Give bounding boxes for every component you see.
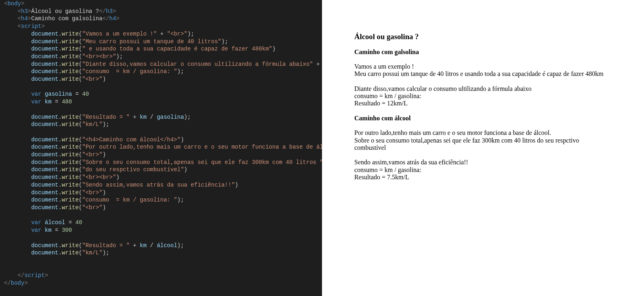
code-token: .	[58, 61, 61, 67]
preview-heading-h4-gasolina: Caminho com galsolina	[354, 48, 612, 56]
code-line[interactable]: document.write("Vamos a um exemplo !" + …	[4, 30, 318, 38]
code-token: document	[31, 38, 58, 45]
code-editor-pane[interactable]: <body> <h3>Álcool ou gasolina ?</h3> <h4…	[0, 0, 322, 296]
browser-preview-pane: Álcool ou gasolina ? Caminho com galsoli…	[322, 0, 644, 296]
code-token: document	[31, 53, 58, 60]
code-line[interactable]: document.write("<br>")	[4, 204, 318, 212]
code-token: >	[116, 15, 119, 22]
code-token: write	[62, 204, 79, 211]
code-line[interactable]	[4, 265, 318, 272]
code-line[interactable]: document.write("Diante disso,vamos calcu…	[4, 61, 318, 68]
code-line[interactable]: document.write("Meu carro possui um tanq…	[4, 38, 318, 46]
code-line[interactable]: <body>	[4, 0, 318, 8]
code-token: (	[79, 121, 82, 128]
code-line[interactable]	[4, 257, 318, 265]
code-token	[4, 76, 31, 82]
code-token: );	[103, 250, 109, 256]
code-line[interactable]: var km = 300	[4, 227, 318, 234]
code-line[interactable]: <h4>Caminho com galsolina</h4>	[4, 15, 318, 23]
code-token: =	[65, 219, 75, 226]
code-token: );	[187, 31, 194, 37]
code-line[interactable]: document.write("Sobre o seu consumo tota…	[4, 159, 318, 166]
code-token: .	[58, 151, 61, 158]
code-token: <	[18, 8, 21, 15]
code-line[interactable]: document.write("<br><br>")	[4, 174, 318, 181]
code-line[interactable]: <h3>Álcool ou gasolina ?</h3>	[4, 8, 318, 15]
code-line[interactable]: document.write("km/L");	[4, 121, 318, 128]
code-token: (	[79, 250, 82, 256]
code-line[interactable]: document.write("Resultado = " + km / álc…	[4, 242, 318, 250]
code-token: .	[58, 182, 61, 188]
code-line[interactable]: document.write("Sendo assim,vamos atrás …	[4, 181, 318, 189]
code-token	[4, 189, 31, 196]
code-line[interactable]: document.write("<br>")	[4, 189, 318, 197]
code-token: "<br>"	[82, 204, 102, 211]
code-token	[41, 99, 44, 105]
code-token: );	[177, 68, 184, 75]
code-token: >	[28, 15, 31, 22]
code-line[interactable]	[4, 234, 318, 242]
code-token: /	[147, 114, 157, 120]
code-line[interactable]: document.write("<br>")	[4, 76, 318, 83]
code-line[interactable]: document.write(" e usando toda a sua cap…	[4, 45, 318, 53]
code-token: .	[58, 242, 61, 249]
code-token	[4, 272, 18, 279]
code-token: write	[62, 151, 79, 158]
code-token: 300	[62, 227, 72, 233]
code-token: .	[58, 166, 61, 173]
code-token: >	[41, 23, 44, 29]
code-line[interactable]: <script>	[4, 23, 318, 30]
code-token: document	[31, 46, 58, 52]
code-token: document	[31, 166, 58, 173]
code-token	[4, 151, 31, 158]
code-token: >	[28, 8, 31, 15]
code-line[interactable]: </body>	[4, 279, 318, 287]
code-token: "Sendo assim,vamos atrás da sua eficiênc…	[82, 182, 235, 188]
code-token: km	[140, 114, 147, 120]
preview-paragraph-2: Diante disso,vamos calcular o consumo ul…	[354, 85, 612, 107]
code-token: "Meu carro possui um tanque de 40 litros…	[82, 38, 221, 45]
code-line[interactable]	[4, 212, 318, 219]
code-line[interactable]: document.write("do seu respctivo combust…	[4, 166, 318, 174]
code-line[interactable]: document.write("consumo = km / gasolina:…	[4, 196, 318, 204]
code-token	[4, 242, 31, 249]
code-token: "Por outro lado,tenho mais um carro e o …	[82, 144, 322, 150]
code-line[interactable]: document.write("<br>")	[4, 151, 318, 159]
code-token: document	[31, 136, 58, 143]
code-line[interactable]: var km = 480	[4, 98, 318, 106]
code-line[interactable]: var álcool = 40	[4, 219, 318, 227]
code-token: document	[31, 204, 58, 211]
code-token	[4, 8, 18, 15]
preview-text: Diante disso,vamos calcular o consumo ul…	[354, 85, 532, 92]
code-token: body	[11, 280, 25, 286]
code-token: )	[181, 136, 184, 143]
preview-text: Meu carro possui um tanque de 40 litros …	[354, 70, 604, 77]
code-token	[4, 68, 31, 75]
code-line[interactable]: document.write("<h4>Caminho com álcool</…	[4, 136, 318, 144]
code-token: (	[79, 53, 82, 60]
code-token	[4, 61, 31, 67]
code-line[interactable]	[4, 83, 318, 91]
code-token: >	[113, 8, 116, 15]
code-line[interactable]: document.write("km/L");	[4, 249, 318, 257]
code-line[interactable]: </script>	[4, 272, 318, 279]
code-line[interactable]: document.write("Por outro lado,tenho mai…	[4, 143, 318, 151]
code-token: write	[62, 250, 79, 256]
code-line[interactable]: document.write("consumo = km / gasolina:…	[4, 68, 318, 76]
code-token: h3	[106, 8, 113, 15]
code-token	[4, 38, 31, 45]
code-token: "consumo = km / gasolina: "	[82, 68, 177, 75]
code-line[interactable]	[4, 106, 318, 113]
code-line[interactable]: document.write("Resultado = " + km / gas…	[4, 113, 318, 121]
code-token: write	[62, 68, 79, 75]
code-token: (	[79, 31, 82, 37]
code-line[interactable]: var gasolina = 40	[4, 90, 318, 98]
code-token: "<br><br>"	[82, 174, 116, 181]
code-token: h4	[21, 15, 28, 22]
code-token: .	[58, 144, 61, 150]
code-token: +	[157, 31, 167, 37]
code-line[interactable]: document.write("<br><br>");	[4, 53, 318, 61]
code-token: write	[62, 182, 79, 188]
code-line[interactable]	[4, 128, 318, 136]
code-token: "do seu respctivo combustível"	[82, 166, 184, 173]
